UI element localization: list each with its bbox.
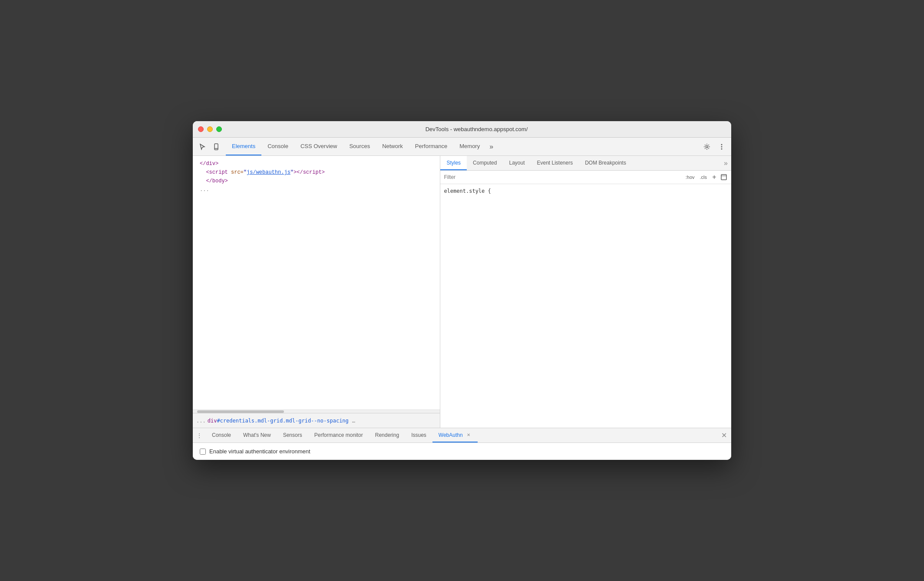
drawer-tabs: ⋮ Console What's New Sensors Performance… (193, 428, 731, 443)
minimize-button[interactable] (207, 126, 213, 132)
breadcrumb: ... div#credentials.mdl-grid.mdl-grid--n… (193, 413, 440, 428)
tab-performance[interactable]: Performance (409, 138, 453, 155)
webauthn-tab-close[interactable]: ✕ (465, 432, 472, 438)
cls-button[interactable]: .cls (698, 174, 709, 181)
traffic-lights (198, 126, 222, 132)
bottom-drawer: ⋮ Console What's New Sensors Performance… (193, 428, 731, 460)
breadcrumb-item[interactable]: div#credentials.mdl-grid.mdl-grid--no-sp… (208, 418, 349, 424)
tab-sources[interactable]: Sources (343, 138, 376, 155)
svg-point-2 (706, 145, 708, 148)
tab-console[interactable]: Console (261, 138, 294, 155)
styles-tabs: Styles Computed Layout Event Listeners D… (440, 156, 731, 171)
dom-line-4: ... (193, 185, 440, 194)
dom-viewer: </div> <script src="js/webauthn.js"></sc… (193, 156, 440, 409)
drawer-content: Enable virtual authenticator environment (193, 443, 731, 460)
add-style-button[interactable]: + (710, 173, 718, 181)
settings-icon[interactable] (701, 141, 713, 153)
filter-buttons: :hov .cls + (684, 173, 728, 181)
cursor-icon[interactable] (196, 141, 208, 153)
filter-input[interactable] (444, 174, 680, 180)
drawer-tab-whats-new[interactable]: What's New (237, 428, 277, 442)
horizontal-scrollbar[interactable] (193, 409, 440, 413)
tab-network[interactable]: Network (376, 138, 409, 155)
svg-point-3 (721, 144, 723, 145)
drawer-tab-sensors[interactable]: Sensors (277, 428, 308, 442)
svg-point-4 (721, 146, 723, 147)
tab-layout[interactable]: Layout (503, 156, 531, 170)
left-panel: </div> <script src="js/webauthn.js"></sc… (193, 156, 440, 428)
devtools-window: DevTools - webauthndemo.appspot.com/ Ele… (193, 121, 731, 460)
more-options-icon[interactable] (716, 141, 728, 153)
filter-bar: :hov .cls + (440, 171, 731, 184)
tab-css-overview[interactable]: CSS Overview (294, 138, 343, 155)
drawer-tab-console[interactable]: Console (206, 428, 237, 442)
hov-button[interactable]: :hov (684, 174, 696, 181)
enable-authenticator-checkbox[interactable] (200, 449, 206, 455)
mobile-icon[interactable] (210, 141, 222, 153)
drawer-more-button[interactable]: ⋮ (193, 428, 206, 442)
enable-authenticator-row: Enable virtual authenticator environment (200, 448, 724, 455)
tab-elements[interactable]: Elements (226, 138, 261, 155)
tab-memory[interactable]: Memory (453, 138, 486, 155)
toolbar-right (701, 141, 728, 153)
breadcrumb-context-menu[interactable]: … (352, 418, 355, 424)
drawer-tab-performance-monitor[interactable]: Performance monitor (308, 428, 369, 442)
dom-line-3: </body> (193, 177, 440, 185)
window-title: DevTools - webauthndemo.appspot.com/ (227, 126, 726, 132)
dom-line-1: </div> (193, 159, 440, 168)
main-content: </div> <script src="js/webauthn.js"></sc… (193, 156, 731, 428)
drawer-tab-issues[interactable]: Issues (405, 428, 432, 442)
drawer-tab-webauthn[interactable]: WebAuthn ✕ (432, 428, 478, 442)
more-styles-tabs[interactable]: » (720, 156, 731, 170)
titlebar: DevTools - webauthndemo.appspot.com/ (193, 121, 731, 138)
dom-line-2: <script src="js/webauthn.js"></script> (193, 168, 440, 177)
close-button[interactable] (198, 126, 204, 132)
tab-computed[interactable]: Computed (467, 156, 503, 170)
toolbar-tabs: Elements Console CSS Overview Sources Ne… (226, 138, 497, 155)
maximize-button[interactable] (216, 126, 222, 132)
enable-authenticator-label: Enable virtual authenticator environment (209, 448, 310, 455)
right-panel: Styles Computed Layout Event Listeners D… (440, 156, 731, 428)
svg-rect-6 (721, 175, 726, 180)
tab-dom-breakpoints[interactable]: DOM Breakpoints (579, 156, 632, 170)
svg-rect-0 (214, 144, 218, 150)
toolbar-icons (196, 141, 222, 153)
svg-point-5 (721, 148, 723, 149)
tab-styles[interactable]: Styles (440, 156, 467, 170)
breadcrumb-more[interactable]: ... (196, 418, 206, 424)
script-link[interactable]: js/webauthn.js (247, 169, 290, 175)
color-picker-button[interactable] (720, 173, 728, 181)
more-tabs-button[interactable]: » (486, 138, 497, 155)
drawer-tab-rendering[interactable]: Rendering (369, 428, 405, 442)
drawer-close-button[interactable]: ✕ (717, 428, 731, 442)
devtools-toolbar: Elements Console CSS Overview Sources Ne… (193, 138, 731, 156)
style-rule-element: element.style { (444, 187, 728, 195)
styles-content: element.style { (440, 184, 731, 428)
tab-event-listeners[interactable]: Event Listeners (531, 156, 579, 170)
